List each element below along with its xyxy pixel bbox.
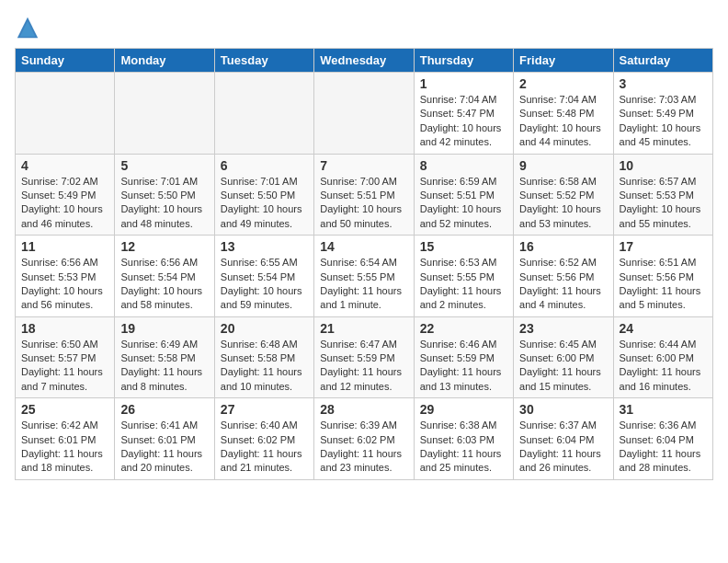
day-number: 27 [221, 402, 308, 417]
day-number: 14 [320, 239, 407, 254]
calendar-cell: 4Sunrise: 7:02 AM Sunset: 5:49 PM Daylig… [16, 154, 115, 236]
cell-content: Sunrise: 6:48 AM Sunset: 5:58 PM Dayligh… [221, 338, 308, 395]
calendar-cell: 30Sunrise: 6:37 AM Sunset: 6:04 PM Dayli… [514, 398, 613, 480]
day-number: 7 [320, 158, 407, 173]
day-number: 11 [21, 239, 108, 254]
cell-content: Sunrise: 6:45 AM Sunset: 6:00 PM Dayligh… [519, 338, 607, 395]
day-number: 23 [519, 321, 607, 336]
cell-content: Sunrise: 6:57 AM Sunset: 5:53 PM Dayligh… [620, 175, 707, 232]
calendar-week-row: 1Sunrise: 7:04 AM Sunset: 5:47 PM Daylig… [16, 73, 713, 155]
weekday-header-saturday: Saturday [613, 49, 712, 73]
calendar-cell: 20Sunrise: 6:48 AM Sunset: 5:58 PM Dayli… [214, 316, 313, 398]
weekday-header-sunday: Sunday [16, 49, 115, 73]
day-number: 5 [120, 158, 208, 173]
calendar-cell: 8Sunrise: 6:59 AM Sunset: 5:51 PM Daylig… [414, 154, 513, 236]
cell-content: Sunrise: 6:58 AM Sunset: 5:52 PM Dayligh… [519, 175, 607, 232]
calendar-cell: 12Sunrise: 6:56 AM Sunset: 5:54 PM Dayli… [115, 236, 214, 317]
day-number: 6 [221, 158, 308, 173]
day-number: 15 [420, 239, 507, 254]
day-number: 8 [420, 158, 507, 173]
cell-content: Sunrise: 6:39 AM Sunset: 6:02 PM Dayligh… [320, 419, 407, 476]
weekday-header-monday: Monday [115, 49, 214, 73]
day-number: 17 [620, 239, 707, 254]
cell-content: Sunrise: 6:52 AM Sunset: 5:56 PM Dayligh… [519, 256, 607, 313]
cell-content: Sunrise: 6:38 AM Sunset: 6:03 PM Dayligh… [420, 419, 507, 476]
calendar-cell: 5Sunrise: 7:01 AM Sunset: 5:50 PM Daylig… [115, 154, 214, 236]
weekday-header-thursday: Thursday [414, 49, 513, 73]
day-number: 31 [620, 402, 707, 417]
calendar-cell: 11Sunrise: 6:56 AM Sunset: 5:53 PM Dayli… [16, 236, 115, 317]
calendar-cell: 22Sunrise: 6:46 AM Sunset: 5:59 PM Dayli… [414, 316, 513, 398]
cell-content: Sunrise: 7:02 AM Sunset: 5:49 PM Dayligh… [21, 175, 108, 232]
page-header [15, 15, 713, 40]
day-number: 28 [320, 402, 407, 417]
cell-content: Sunrise: 6:41 AM Sunset: 6:01 PM Dayligh… [120, 419, 208, 476]
calendar-cell: 15Sunrise: 6:53 AM Sunset: 5:55 PM Dayli… [414, 236, 513, 317]
day-number: 20 [221, 321, 308, 336]
day-number: 13 [221, 239, 308, 254]
cell-content: Sunrise: 6:37 AM Sunset: 6:04 PM Dayligh… [519, 419, 607, 476]
cell-content: Sunrise: 6:42 AM Sunset: 6:01 PM Dayligh… [21, 419, 108, 476]
cell-content: Sunrise: 7:04 AM Sunset: 5:48 PM Dayligh… [519, 93, 607, 150]
day-number: 1 [420, 76, 507, 91]
calendar-cell: 29Sunrise: 6:38 AM Sunset: 6:03 PM Dayli… [414, 398, 513, 480]
cell-content: Sunrise: 6:53 AM Sunset: 5:55 PM Dayligh… [420, 256, 507, 313]
day-number: 30 [519, 402, 607, 417]
calendar-cell: 23Sunrise: 6:45 AM Sunset: 6:00 PM Dayli… [514, 316, 613, 398]
calendar-cell [16, 73, 115, 155]
day-number: 16 [519, 239, 607, 254]
day-number: 22 [420, 321, 507, 336]
cell-content: Sunrise: 6:50 AM Sunset: 5:57 PM Dayligh… [21, 338, 108, 395]
cell-content: Sunrise: 6:44 AM Sunset: 6:00 PM Dayligh… [620, 338, 707, 395]
weekday-header-tuesday: Tuesday [214, 49, 313, 73]
day-number: 19 [120, 321, 208, 336]
day-number: 18 [21, 321, 108, 336]
calendar-cell: 28Sunrise: 6:39 AM Sunset: 6:02 PM Dayli… [314, 398, 414, 480]
weekday-header-wednesday: Wednesday [314, 49, 414, 73]
calendar-cell [314, 73, 414, 155]
day-number: 26 [120, 402, 208, 417]
calendar-week-row: 25Sunrise: 6:42 AM Sunset: 6:01 PM Dayli… [16, 398, 713, 480]
weekday-header-row: SundayMondayTuesdayWednesdayThursdayFrid… [16, 49, 713, 73]
day-number: 4 [21, 158, 108, 173]
day-number: 29 [420, 402, 507, 417]
calendar-cell: 10Sunrise: 6:57 AM Sunset: 5:53 PM Dayli… [613, 154, 712, 236]
calendar-cell: 27Sunrise: 6:40 AM Sunset: 6:02 PM Dayli… [214, 398, 313, 480]
cell-content: Sunrise: 6:56 AM Sunset: 5:54 PM Dayligh… [120, 256, 208, 313]
calendar-cell: 31Sunrise: 6:36 AM Sunset: 6:04 PM Dayli… [613, 398, 712, 480]
calendar-cell: 18Sunrise: 6:50 AM Sunset: 5:57 PM Dayli… [16, 316, 115, 398]
cell-content: Sunrise: 6:40 AM Sunset: 6:02 PM Dayligh… [221, 419, 308, 476]
cell-content: Sunrise: 6:54 AM Sunset: 5:55 PM Dayligh… [320, 256, 407, 313]
calendar-cell: 13Sunrise: 6:55 AM Sunset: 5:54 PM Dayli… [214, 236, 313, 317]
calendar-cell [115, 73, 214, 155]
cell-content: Sunrise: 6:56 AM Sunset: 5:53 PM Dayligh… [21, 256, 108, 313]
calendar-week-row: 11Sunrise: 6:56 AM Sunset: 5:53 PM Dayli… [16, 236, 713, 317]
calendar-cell: 26Sunrise: 6:41 AM Sunset: 6:01 PM Dayli… [115, 398, 214, 480]
day-number: 2 [519, 76, 607, 91]
day-number: 25 [21, 402, 108, 417]
calendar-cell: 21Sunrise: 6:47 AM Sunset: 5:59 PM Dayli… [314, 316, 414, 398]
day-number: 9 [519, 158, 607, 173]
calendar-cell: 6Sunrise: 7:01 AM Sunset: 5:50 PM Daylig… [214, 154, 313, 236]
cell-content: Sunrise: 6:36 AM Sunset: 6:04 PM Dayligh… [620, 419, 707, 476]
cell-content: Sunrise: 6:51 AM Sunset: 5:56 PM Dayligh… [620, 256, 707, 313]
calendar-cell: 9Sunrise: 6:58 AM Sunset: 5:52 PM Daylig… [514, 154, 613, 236]
cell-content: Sunrise: 6:47 AM Sunset: 5:59 PM Dayligh… [320, 338, 407, 395]
cell-content: Sunrise: 7:01 AM Sunset: 5:50 PM Dayligh… [221, 175, 308, 232]
cell-content: Sunrise: 7:03 AM Sunset: 5:49 PM Dayligh… [620, 93, 707, 150]
calendar-cell: 1Sunrise: 7:04 AM Sunset: 5:47 PM Daylig… [414, 73, 513, 155]
cell-content: Sunrise: 7:04 AM Sunset: 5:47 PM Dayligh… [420, 93, 507, 150]
cell-content: Sunrise: 6:55 AM Sunset: 5:54 PM Dayligh… [221, 256, 308, 313]
cell-content: Sunrise: 7:00 AM Sunset: 5:51 PM Dayligh… [320, 175, 407, 232]
cell-content: Sunrise: 6:46 AM Sunset: 5:59 PM Dayligh… [420, 338, 507, 395]
calendar-cell: 16Sunrise: 6:52 AM Sunset: 5:56 PM Dayli… [514, 236, 613, 317]
calendar-cell: 17Sunrise: 6:51 AM Sunset: 5:56 PM Dayli… [613, 236, 712, 317]
calendar-cell: 25Sunrise: 6:42 AM Sunset: 6:01 PM Dayli… [16, 398, 115, 480]
day-number: 12 [120, 239, 208, 254]
calendar-cell: 7Sunrise: 7:00 AM Sunset: 5:51 PM Daylig… [314, 154, 414, 236]
weekday-header-friday: Friday [514, 49, 613, 73]
calendar-week-row: 18Sunrise: 6:50 AM Sunset: 5:57 PM Dayli… [16, 316, 713, 398]
cell-content: Sunrise: 6:59 AM Sunset: 5:51 PM Dayligh… [420, 175, 507, 232]
calendar-cell: 14Sunrise: 6:54 AM Sunset: 5:55 PM Dayli… [314, 236, 414, 317]
calendar-cell: 2Sunrise: 7:04 AM Sunset: 5:48 PM Daylig… [514, 73, 613, 155]
